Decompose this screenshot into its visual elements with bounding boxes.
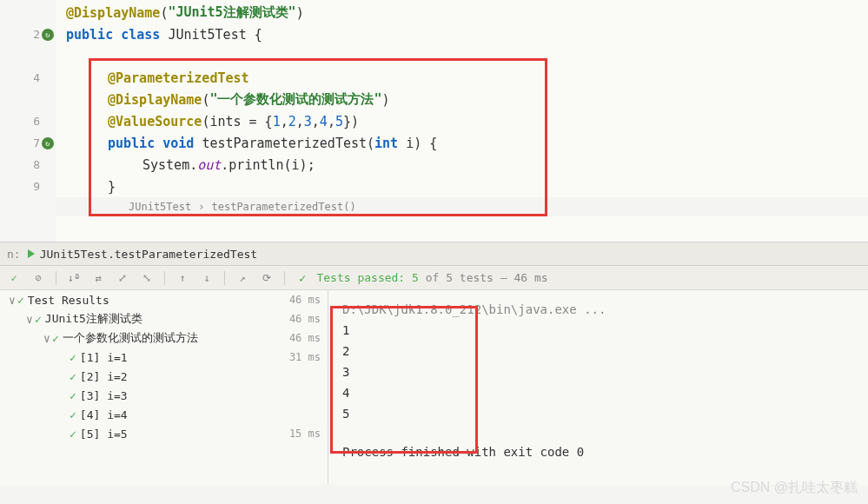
play-icon bbox=[28, 249, 35, 258]
tests-summary: Tests passed: 5 of 5 tests – 46 ms bbox=[316, 271, 547, 284]
tree-test-1[interactable]: ✓[1] i=131 ms bbox=[0, 348, 328, 367]
editor-gutter: 2 4 6 7 8 9 bbox=[0, 0, 56, 242]
test-tree[interactable]: ∨✓Test Results46 ms ∨✓JUnit5注解测试类46 ms ∨… bbox=[0, 290, 328, 485]
watermark: CSDN @扎哇太枣糕 bbox=[731, 479, 858, 497]
show-passed-icon[interactable]: ✓ bbox=[7, 271, 21, 285]
run-tab[interactable]: JUnit5Test.testParameterizedTest bbox=[40, 248, 257, 261]
export-icon[interactable]: ↗ bbox=[235, 271, 249, 285]
collapse-icon[interactable]: ⤡ bbox=[140, 271, 154, 285]
panel-label: n: bbox=[7, 248, 21, 261]
highlight-box-output bbox=[330, 306, 478, 454]
tree-test-3[interactable]: ✓[3] i=3 bbox=[0, 386, 328, 405]
tree-test-4[interactable]: ✓[4] i=4 bbox=[0, 405, 328, 424]
annotation: @DisplayName bbox=[66, 5, 160, 21]
run-method-icon[interactable] bbox=[42, 137, 54, 149]
prev-icon[interactable]: ↑ bbox=[176, 271, 189, 285]
next-icon[interactable]: ↓ bbox=[200, 271, 214, 285]
expand-icon[interactable]: ⤢ bbox=[116, 271, 129, 285]
filter-icon[interactable]: ⇄ bbox=[91, 271, 105, 285]
highlight-box-code bbox=[89, 58, 547, 216]
run-class-icon[interactable] bbox=[42, 29, 54, 41]
check-icon: ✓ bbox=[299, 271, 306, 285]
tree-test-5[interactable]: ✓[5] i=515 ms bbox=[0, 424, 328, 443]
test-toolbar: ✓ ⊘ ↓ª ⇄ ⤢ ⤡ ↑ ↓ ↗ ⟳ ✓ Tests passed: 5 o… bbox=[0, 266, 868, 290]
tree-root[interactable]: ∨✓Test Results46 ms bbox=[0, 290, 328, 309]
run-panel-header: n: JUnit5Test.testParameterizedTest bbox=[0, 242, 868, 266]
tree-class[interactable]: ∨✓JUnit5注解测试类46 ms bbox=[0, 309, 328, 328]
show-failed-icon[interactable]: ⊘ bbox=[31, 271, 45, 285]
tree-method[interactable]: ∨✓一个参数化测试的测试方法46 ms bbox=[0, 328, 328, 348]
tree-test-2[interactable]: ✓[2] i=2 bbox=[0, 367, 328, 386]
history-icon[interactable]: ⟳ bbox=[260, 271, 274, 285]
sort-icon[interactable]: ↓ª bbox=[67, 271, 81, 285]
